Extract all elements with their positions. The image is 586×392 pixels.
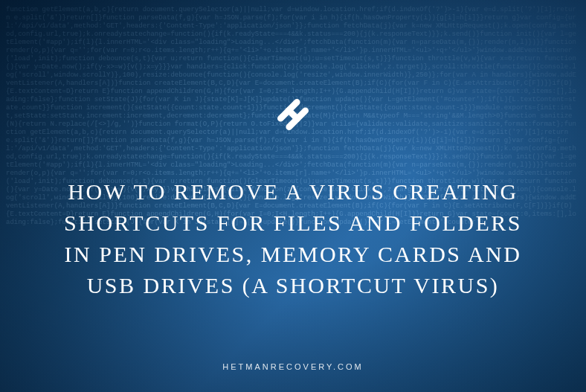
domain-text: HETMANRECOVERY.COM xyxy=(0,362,586,371)
hero-title: How to Remove a Virus Creating Shortcuts… xyxy=(55,176,531,301)
hero-banner: function getElement(a,b,c){return docume… xyxy=(0,0,586,392)
hetman-logo-icon xyxy=(270,91,316,141)
footer: HETMANRECOVERY.COM xyxy=(0,362,586,371)
hero-content: How to Remove a Virus Creating Shortcuts… xyxy=(10,91,576,301)
